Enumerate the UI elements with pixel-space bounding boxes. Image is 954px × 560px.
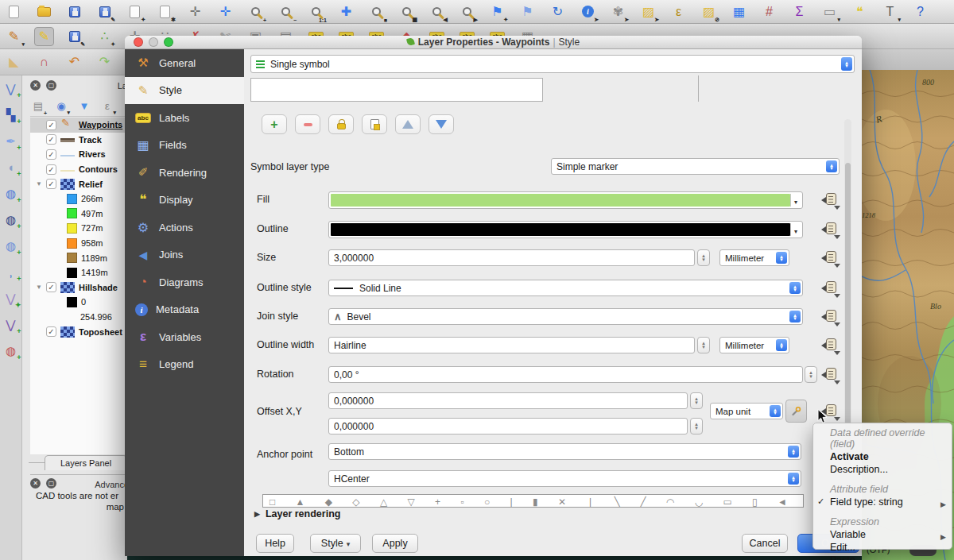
layer-row[interactable]: Toposheet (30, 324, 127, 339)
measure-line-icon[interactable]: ▭ ▾ (820, 2, 840, 21)
size-input[interactable]: 3,000000 (328, 249, 695, 266)
pan-map-icon[interactable]: ✛ (185, 2, 205, 21)
layer-visibility-checkbox[interactable] (46, 326, 56, 337)
menu-item-variable[interactable]: Variable (813, 528, 952, 541)
zoom-out-icon[interactable]: − (276, 2, 296, 21)
sidebar-tab[interactable]: Fields (125, 132, 244, 160)
add-oracle-layer-icon[interactable]: ◍ + (2, 341, 21, 360)
sidebar-tab[interactable]: Rendering (125, 159, 244, 187)
zoom-to-selection-icon[interactable]: ■ (366, 2, 386, 21)
current-edits-icon[interactable]: ✎ ▾ (4, 27, 24, 46)
toggle-editing-icon[interactable]: ✎ (34, 27, 54, 46)
panel-float-icon[interactable]: ▢ (46, 478, 56, 489)
add-virtual-layer-icon[interactable]: ⋁ + (2, 315, 21, 334)
layer-row[interactable]: ▼ Relief (30, 176, 127, 191)
field-calculator-icon[interactable]: # (759, 2, 779, 21)
sidebar-tab[interactable]: Style (125, 77, 244, 105)
help-contents-icon[interactable]: ? (910, 2, 930, 21)
undo-icon[interactable]: ↶ (64, 52, 84, 71)
panel-close-icon[interactable]: ✕ (30, 80, 41, 91)
style-menu-button[interactable]: Style (310, 534, 361, 553)
rotation-spinner[interactable] (805, 366, 817, 383)
add-raster-layer-icon[interactable]: ▚ + (2, 105, 21, 124)
apply-button[interactable]: Apply (372, 534, 418, 553)
menu-item-description[interactable]: Description... (813, 463, 952, 476)
renderer-dropdown[interactable]: Single symbol (250, 55, 855, 73)
new-print-composer-icon[interactable]: ✦ (125, 2, 145, 21)
outline-width-spinner[interactable] (697, 337, 710, 353)
dropdown-spinner-icon[interactable] (841, 57, 852, 71)
layer-row[interactable]: Contours (30, 162, 127, 177)
zoom-native-icon[interactable]: 1:1 (306, 2, 326, 21)
dropdown-spinner-icon[interactable] (788, 473, 799, 485)
offset-y-input[interactable]: 0,000000 (328, 418, 688, 434)
menu-item-edit[interactable]: Edit... (813, 541, 952, 554)
join-style-dropdown[interactable]: ∧ Bevel (328, 308, 803, 325)
sidebar-tab[interactable]: Actions (125, 214, 244, 241)
fill-color-button[interactable] (328, 191, 803, 209)
cad-tools-icon[interactable]: ◣ (4, 52, 24, 71)
panel-close-icon[interactable]: ✕ (30, 478, 41, 489)
text-annotation-icon[interactable]: T ▾ (880, 2, 900, 21)
zoom-in-icon[interactable]: + (246, 2, 266, 21)
layer-row[interactable]: Waypoints (30, 118, 127, 133)
expand-arrow-icon[interactable]: ▼ (32, 180, 46, 187)
show-statistics-icon[interactable]: Σ (789, 2, 809, 21)
menu-item-paste[interactable]: Paste (813, 554, 952, 560)
offset-unit-dropdown[interactable]: Map unit (710, 403, 783, 419)
add-wcs-layer-icon[interactable]: ◍ + (2, 210, 21, 229)
dropdown-spinner-icon[interactable] (776, 252, 787, 264)
filter-legend-icon[interactable]: ▼ (76, 98, 92, 114)
fill-color-dropdown-icon[interactable] (790, 194, 801, 207)
layer-row[interactable]: 266m (30, 191, 127, 207)
layer-row[interactable]: 958m (30, 236, 127, 251)
lock-color-button[interactable] (328, 114, 354, 134)
run-feature-action-icon[interactable]: ✾ ➤ (608, 2, 628, 21)
anchor-vertical-dropdown[interactable]: Bottom (328, 443, 801, 460)
remove-symbol-layer-button[interactable] (295, 114, 320, 134)
outline-color-dropdown-icon[interactable] (790, 223, 801, 236)
snapping-options-icon[interactable]: ∩ (34, 52, 54, 71)
map-tips-icon[interactable]: ❝ (850, 2, 870, 21)
sidebar-tab[interactable]: Metadata (125, 296, 244, 324)
layer-visibility-checkbox[interactable] (46, 134, 56, 145)
symbol-layer-type-dropdown[interactable]: Simple marker (551, 158, 840, 175)
outline-color-button[interactable] (328, 221, 803, 238)
cancel-button[interactable]: Cancel (742, 534, 788, 553)
layer-row[interactable]: 497m (30, 207, 127, 222)
size-data-defined-override-button[interactable] (820, 249, 841, 267)
zoom-full-icon[interactable]: ✚ (336, 2, 356, 21)
join-style-data-defined-override-button[interactable] (820, 308, 841, 326)
manage-layer-visibility-icon[interactable]: ◉ ▾ (53, 98, 69, 114)
add-wfs-layer-icon[interactable]: ◍ + (2, 236, 21, 255)
sidebar-tab[interactable]: Display (125, 187, 244, 214)
layer-visibility-checkbox[interactable] (46, 120, 56, 130)
save-project-icon[interactable] (64, 2, 84, 21)
select-features-icon[interactable]: ▨ ➤ (638, 2, 658, 21)
size-unit-dropdown[interactable]: Millimeter (719, 249, 789, 266)
zoom-next-icon[interactable]: ▶ (457, 2, 477, 21)
panel-float-icon[interactable]: ▢ (46, 80, 56, 91)
pan-to-selection-icon[interactable]: ✛ (215, 2, 235, 21)
layer-visibility-checkbox[interactable] (46, 149, 56, 160)
layer-visibility-checkbox[interactable] (46, 164, 56, 175)
redo-icon[interactable]: ↷ (95, 52, 114, 71)
identify-features-icon[interactable]: ➤ (578, 2, 598, 21)
dropdown-spinner-icon[interactable] (789, 282, 801, 294)
save-project-as-icon[interactable]: ✎ (95, 2, 114, 21)
layer-row[interactable]: 727m (30, 221, 127, 236)
offset-x-spinner[interactable] (690, 392, 703, 409)
layer-row[interactable]: Track (30, 133, 127, 148)
layer-row[interactable]: 1189m (30, 250, 127, 265)
dropdown-spinner-icon[interactable] (789, 311, 801, 322)
sidebar-tab[interactable]: General (125, 49, 244, 77)
duplicate-symbol-layer-button[interactable] (362, 114, 387, 134)
deselect-features-icon[interactable]: ▨ ⊘ (699, 2, 719, 21)
dropdown-spinner-icon[interactable] (826, 160, 837, 172)
layer-row[interactable]: 1419m (30, 265, 127, 280)
layer-visibility-checkbox[interactable] (46, 179, 56, 189)
add-spatialite-layer-icon[interactable]: ✒ + (2, 131, 21, 150)
select-by-expression-icon[interactable]: ε (669, 2, 688, 21)
sidebar-tab[interactable]: Joins (125, 241, 244, 269)
refresh-map-icon[interactable]: ↻ (548, 2, 568, 21)
